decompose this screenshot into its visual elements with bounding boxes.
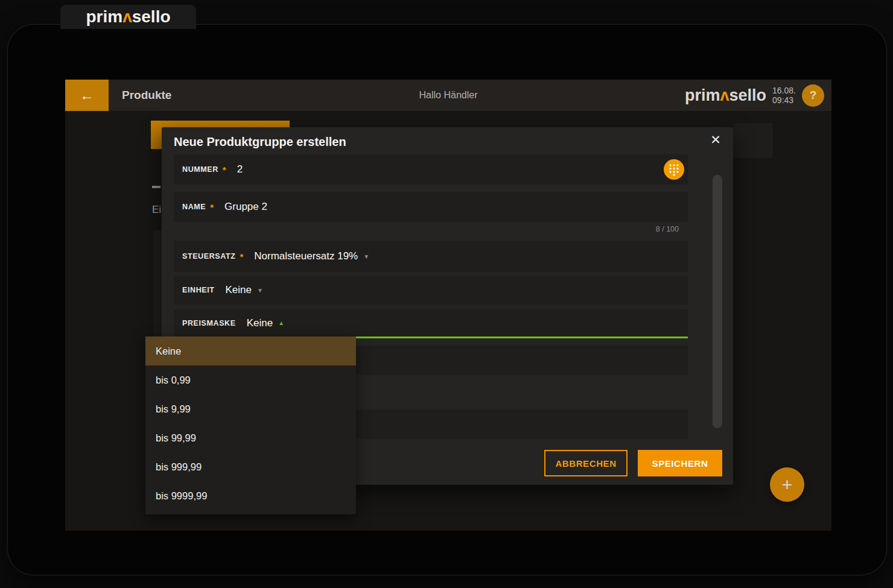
background-card — [733, 123, 773, 158]
close-icon[interactable]: ✕ — [707, 131, 725, 149]
background-divider — [152, 186, 160, 188]
chevron-down-icon: ▼ — [363, 253, 369, 260]
question-mark-icon: ? — [810, 89, 817, 102]
page-title: Produkte — [122, 89, 171, 102]
logo-suffix: sello — [729, 86, 767, 104]
required-asterisk: * — [210, 202, 214, 212]
einheit-select[interactable]: EINHEIT Keine ▼ — [174, 276, 688, 305]
logo-suffix: sello — [132, 7, 171, 26]
dropdown-option-bis-9999-99[interactable]: bis 9999,99 — [145, 481, 356, 510]
logo-caret-icon: ʌ — [122, 7, 132, 26]
preismaske-label: PREISMASKE — [182, 319, 236, 327]
option-label: Keine — [156, 346, 181, 357]
nummer-label: NUMMER — [182, 165, 218, 174]
back-arrow-icon: ← — [80, 87, 94, 104]
dropdown-option-bis-999-99[interactable]: bis 999,99 — [145, 452, 356, 481]
option-label: bis 99,99 — [156, 432, 196, 444]
dropdown-option-bis-9-99[interactable]: bis 9,99 — [145, 394, 356, 423]
option-label: bis 0,99 — [156, 375, 191, 386]
steuersatz-select[interactable]: STEUERSATZ * Normalsteuersatz 19% ▼ — [174, 241, 688, 272]
required-asterisk: * — [240, 251, 243, 262]
steuersatz-label: STEUERSATZ — [182, 252, 235, 261]
cancel-button[interactable]: ABBRECHEN — [544, 450, 628, 476]
name-field[interactable]: NAME * Gruppe 2 — [174, 192, 688, 222]
name-char-counter: 8 / 100 — [174, 225, 679, 233]
logo-prefix: prim — [685, 86, 720, 104]
name-value: Gruppe 2 — [224, 201, 267, 213]
browser-tab[interactable]: primʌsello — [60, 5, 196, 29]
name-label: NAME — [182, 203, 206, 211]
add-button[interactable]: + — [770, 467, 804, 502]
screen: primʌsello ← Produkte Hallo Händler prim… — [0, 0, 893, 588]
header-brand-logo: primʌsello — [685, 86, 766, 105]
back-button[interactable]: ← — [65, 80, 109, 111]
option-label: bis 9,99 — [156, 403, 191, 415]
save-button[interactable]: SPEICHERN — [638, 450, 722, 476]
app-header: ← Produkte Hallo Händler primʌsello 16.0… — [65, 80, 831, 111]
option-label: bis 999,99 — [156, 461, 202, 473]
modal-scrollbar[interactable] — [713, 175, 722, 428]
einheit-value: Keine — [226, 284, 252, 296]
chevron-up-icon: ▲ — [278, 320, 284, 326]
keypad-button[interactable] — [664, 159, 684, 180]
dropdown-option-bis-99-99[interactable]: bis 99,99 — [145, 423, 356, 452]
option-label: bis 9999,99 — [156, 490, 207, 502]
preismaske-value: Keine — [247, 317, 273, 329]
required-asterisk: * — [223, 165, 226, 175]
plus-icon: + — [782, 475, 793, 495]
time-text: 09:43 — [772, 95, 796, 105]
modal-title: Neue Produktgruppe erstellen — [174, 132, 346, 151]
steuersatz-value: Normalsteuersatz 19% — [254, 250, 358, 262]
nummer-field[interactable]: NUMMER * 2 — [174, 154, 688, 185]
dropdown-option-bis-0-99[interactable]: bis 0,99 — [145, 365, 356, 394]
logo-caret-icon: ʌ — [720, 86, 729, 104]
header-right-cluster: primʌsello 16.08. 09:43 ? — [685, 84, 831, 107]
nummer-value: 2 — [237, 163, 243, 175]
logo-prefix: prim — [86, 7, 122, 26]
dialpad-icon — [667, 163, 681, 176]
preismaske-select[interactable]: PREISMASKE Keine ▲ — [174, 309, 688, 338]
dropdown-option-keine[interactable]: Keine — [145, 337, 356, 365]
einheit-label: EINHEIT — [182, 286, 215, 294]
date-text: 16.08. — [772, 86, 796, 95]
preismaske-dropdown-menu: Keine bis 0,99 bis 9,99 bis 99,99 bis 99… — [145, 337, 356, 514]
help-button[interactable]: ? — [802, 84, 824, 107]
datetime: 16.08. 09:43 — [772, 86, 796, 105]
brand-logo: primʌsello — [86, 7, 170, 27]
chevron-down-icon: ▼ — [257, 287, 263, 294]
